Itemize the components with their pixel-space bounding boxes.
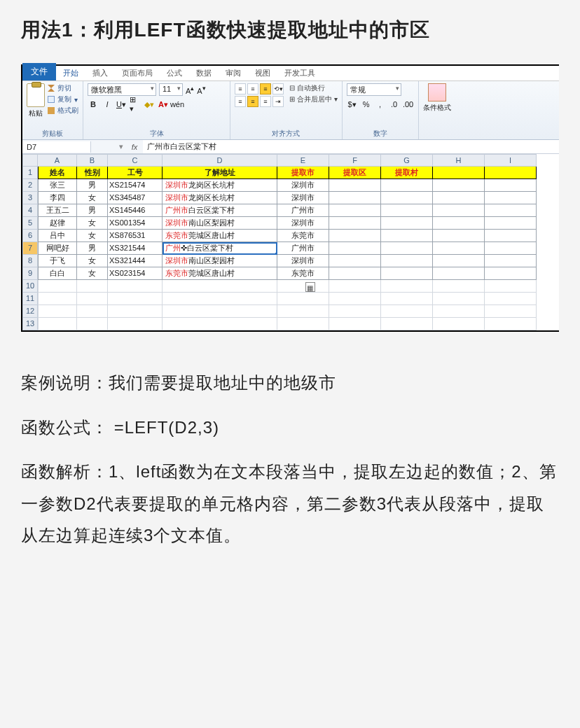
orientation-icon[interactable]: ⟲▾ [272, 83, 284, 94]
cell-A3[interactable]: 李四 [38, 192, 77, 204]
tab-layout[interactable]: 页面布局 [115, 66, 160, 80]
cell-I12[interactable] [485, 305, 537, 318]
percent-icon[interactable]: % [361, 99, 372, 110]
cell-F2[interactable] [329, 179, 381, 192]
cell-G10[interactable] [381, 280, 433, 293]
cell-G8[interactable] [381, 255, 433, 267]
cell-H5[interactable] [433, 217, 485, 230]
row-header-13[interactable]: 13 [22, 318, 38, 330]
align-center-icon[interactable]: ≡ [247, 96, 258, 107]
font-color-button[interactable]: A▾ [158, 99, 169, 110]
cell-E3[interactable]: 深圳市 [277, 192, 329, 204]
font-name-dropdown[interactable]: 微软雅黑 [88, 83, 156, 96]
cell-F10[interactable] [329, 280, 381, 293]
row-header-5[interactable]: 5 [22, 217, 38, 230]
number-format-dropdown[interactable]: 常规 [347, 83, 401, 96]
align-middle-icon[interactable]: ≡ [247, 83, 258, 94]
cell-I10[interactable] [485, 280, 537, 293]
cell-E4[interactable]: 广州市 [277, 204, 329, 217]
cell-G12[interactable] [381, 305, 433, 318]
cell-H2[interactable] [433, 179, 485, 192]
font-size-dropdown[interactable]: 11 [159, 83, 183, 96]
tab-data[interactable]: 数据 [189, 66, 219, 80]
cell-F5[interactable] [329, 217, 381, 230]
cell-C3[interactable]: XS345487 [108, 192, 163, 204]
cell-C8[interactable]: XS321444 [108, 255, 163, 267]
cell-G3[interactable] [381, 192, 433, 204]
col-header-A[interactable]: A [38, 154, 77, 167]
cell-E8[interactable]: 深圳市 [277, 255, 329, 267]
cell-F3[interactable] [329, 192, 381, 204]
tab-file[interactable]: 文件 [22, 63, 56, 80]
cell-A12[interactable] [38, 305, 77, 318]
cell-B10[interactable] [77, 280, 108, 293]
col-header-B[interactable]: B [77, 154, 108, 167]
currency-icon[interactable]: $▾ [347, 99, 358, 110]
cell-H8[interactable] [433, 255, 485, 267]
cell-D2[interactable]: 深圳市龙岗区长坑村 [163, 179, 277, 192]
cell-I11[interactable] [485, 293, 537, 305]
dec-decimal-icon[interactable]: .00 [403, 99, 414, 110]
col-header-I[interactable]: I [485, 154, 537, 167]
cell-B8[interactable]: 女 [77, 255, 108, 267]
fill-handle[interactable] [275, 253, 277, 255]
cell-C5[interactable]: XS001354 [108, 217, 163, 230]
cell-F4[interactable] [329, 204, 381, 217]
cell-D4[interactable]: 广州市白云区棠下村 [163, 204, 277, 217]
tab-view[interactable]: 视图 [248, 66, 277, 80]
cell-H13[interactable] [433, 318, 485, 330]
row-header-7[interactable]: 7 [22, 242, 38, 255]
cell-B9[interactable]: 女 [77, 267, 108, 280]
cell-E5[interactable]: 深圳市 [277, 217, 329, 230]
cell-I4[interactable] [485, 204, 537, 217]
header-cell-F[interactable]: 提取区 [329, 167, 381, 179]
cell-I8[interactable] [485, 255, 537, 267]
cell-E12[interactable] [277, 305, 329, 318]
cell-D12[interactable] [163, 305, 277, 318]
cell-C2[interactable]: XS215474 [108, 179, 163, 192]
cell-G9[interactable] [381, 267, 433, 280]
cell-F13[interactable] [329, 318, 381, 330]
comma-icon[interactable]: , [375, 99, 386, 110]
cell-C12[interactable] [108, 305, 163, 318]
format-painter-button[interactable]: 格式刷 [48, 106, 78, 115]
phonetic-button[interactable]: wén [172, 99, 183, 110]
row-header-8[interactable]: 8 [22, 255, 38, 267]
col-header-G[interactable]: G [381, 154, 433, 167]
col-header-F[interactable]: F [329, 154, 381, 167]
cell-I5[interactable] [485, 217, 537, 230]
header-cell-I[interactable] [485, 167, 537, 179]
cell-G13[interactable] [381, 318, 433, 330]
cell-H7[interactable] [433, 242, 485, 255]
cell-D10[interactable] [163, 280, 277, 293]
header-cell-B[interactable]: 性别 [77, 167, 108, 179]
merge-center-button[interactable]: ⊞ 合并后居中 ▾ [289, 94, 338, 104]
cell-I13[interactable] [485, 318, 537, 330]
cell-A6[interactable]: 吕中 [38, 230, 77, 242]
conditional-format-button[interactable]: 条件格式 [423, 83, 451, 113]
cell-A2[interactable]: 张三 [38, 179, 77, 192]
paste-icon[interactable] [27, 83, 45, 107]
row-header-12[interactable]: 12 [22, 305, 38, 318]
inc-decimal-icon[interactable]: .0 [389, 99, 400, 110]
cell-B4[interactable]: 男 [77, 204, 108, 217]
cell-G2[interactable] [381, 179, 433, 192]
cell-H12[interactable] [433, 305, 485, 318]
cell-A9[interactable]: 白白 [38, 267, 77, 280]
cell-A7[interactable]: 网吧好 [38, 242, 77, 255]
align-right-icon[interactable]: ≡ [260, 96, 271, 107]
cell-I2[interactable] [485, 179, 537, 192]
cell-H10[interactable] [433, 280, 485, 293]
cell-H11[interactable] [433, 293, 485, 305]
row-header-2[interactable]: 2 [22, 179, 38, 192]
cell-E9[interactable]: 东莞市 [277, 267, 329, 280]
header-cell-D[interactable]: 了解地址 [163, 167, 277, 179]
cell-H3[interactable] [433, 192, 485, 204]
indent-icon[interactable]: ⇥ [272, 96, 284, 107]
bold-button[interactable]: B [88, 99, 99, 110]
row-header-1[interactable]: 1 [22, 167, 38, 179]
col-header-C[interactable]: C [108, 154, 163, 167]
wrap-text-button[interactable]: ⊟ 自动换行 [289, 83, 338, 93]
tab-insert[interactable]: 插入 [85, 66, 115, 80]
cell-G4[interactable] [381, 204, 433, 217]
